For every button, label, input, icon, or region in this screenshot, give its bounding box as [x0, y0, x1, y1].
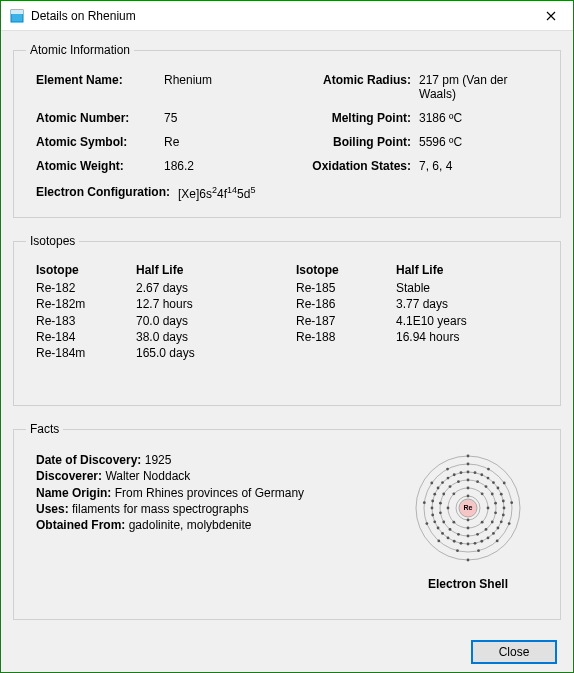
isotopes-group: Isotopes Isotope Half Life Isotope Half … — [13, 234, 561, 406]
isotopes-legend: Isotopes — [26, 234, 79, 248]
svg-point-18 — [476, 480, 479, 483]
isotope-halflife: 3.77 days — [396, 296, 516, 312]
svg-point-57 — [437, 527, 440, 530]
svg-point-27 — [457, 533, 460, 536]
svg-point-44 — [503, 507, 506, 510]
svg-point-63 — [437, 487, 440, 490]
svg-point-13 — [452, 521, 455, 524]
svg-point-55 — [447, 537, 450, 540]
svg-point-60 — [431, 507, 434, 510]
svg-point-72 — [510, 501, 513, 504]
isotope-name: Re-186 — [296, 296, 396, 312]
value-name-origin: From Rhines provinces of Germany — [115, 486, 304, 500]
isotope-name: Re-187 — [296, 313, 396, 329]
isotope-name: Re-188 — [296, 329, 396, 345]
isotope-name: Re-183 — [36, 313, 136, 329]
svg-point-80 — [430, 482, 433, 485]
svg-point-37 — [474, 471, 477, 474]
label-discovery: Date of Discovery: — [36, 453, 141, 467]
svg-point-29 — [442, 521, 445, 524]
label-atomic-radius: Atomic Radius: — [291, 73, 411, 101]
button-row: Close — [13, 632, 561, 673]
label-melting-point: Melting Point: — [291, 111, 411, 125]
electron-shell-diagram: Re Electron Shell — [388, 448, 538, 591]
svg-point-74 — [496, 540, 499, 543]
label-boiling-point: Boiling Point: — [291, 135, 411, 149]
label-obtained: Obtained From: — [36, 518, 125, 532]
content: Atomic Information Element Name: Rhenium… — [1, 31, 573, 672]
svg-point-9 — [481, 493, 484, 496]
svg-point-40 — [492, 481, 495, 484]
app-icon — [9, 8, 25, 24]
svg-point-20 — [491, 493, 494, 496]
svg-point-24 — [485, 528, 488, 531]
svg-point-49 — [487, 537, 490, 540]
svg-point-12 — [467, 527, 470, 530]
value-uses: filaments for mass spectrographs — [72, 502, 249, 516]
isotope-halflife: 70.0 days — [136, 313, 256, 329]
value-discoverer: Walter Noddack — [105, 469, 190, 483]
label-atomic-symbol: Atomic Symbol: — [36, 135, 156, 149]
svg-text:Re: Re — [464, 504, 473, 511]
isotope-halflife: Stable — [396, 280, 516, 296]
value-atomic-number: 75 — [164, 111, 283, 125]
value-boiling-point: 5596 ºC — [419, 135, 538, 149]
svg-point-84 — [467, 559, 470, 562]
isotope-halflife — [396, 345, 516, 361]
atomic-legend: Atomic Information — [26, 43, 134, 57]
svg-point-42 — [500, 493, 503, 496]
svg-rect-1 — [11, 10, 23, 14]
isotope-name: Re-182m — [36, 296, 136, 312]
isotope-name — [296, 345, 396, 361]
svg-point-22 — [494, 512, 497, 515]
svg-point-19 — [485, 485, 488, 488]
halflife-header: Half Life — [136, 262, 256, 280]
label-uses: Uses: — [36, 502, 69, 516]
isotope-halflife: 16.94 hours — [396, 329, 516, 345]
svg-point-21 — [494, 502, 497, 505]
svg-point-23 — [491, 521, 494, 524]
svg-point-51 — [474, 542, 477, 545]
isotope-halflife: 165.0 days — [136, 345, 256, 361]
svg-point-83 — [467, 455, 470, 458]
isotope-halflife: 4.1E10 years — [396, 313, 516, 329]
svg-point-31 — [439, 502, 442, 505]
svg-point-81 — [446, 468, 449, 471]
svg-point-38 — [480, 473, 483, 476]
isotope-halflife: 12.7 hours — [136, 296, 256, 312]
svg-point-58 — [433, 521, 436, 524]
svg-point-14 — [447, 507, 450, 510]
value-electron-config: [Xe]6s24f145d5 — [178, 185, 255, 201]
isotope-name: Re-182 — [36, 280, 136, 296]
svg-point-26 — [467, 535, 470, 538]
facts-legend: Facts — [26, 422, 63, 436]
svg-point-6 — [467, 519, 470, 522]
svg-point-11 — [481, 521, 484, 524]
svg-point-66 — [453, 473, 456, 476]
svg-point-61 — [431, 500, 434, 503]
isotope-header: Isotope — [296, 262, 396, 280]
value-oxidation-states: 7, 6, 4 — [419, 159, 538, 173]
value-discovery: 1925 — [145, 453, 172, 467]
isotope-halflife: 38.0 days — [136, 329, 256, 345]
svg-point-65 — [447, 477, 450, 480]
svg-point-79 — [423, 501, 426, 504]
close-button[interactable]: Close — [471, 640, 557, 664]
svg-point-67 — [460, 471, 463, 474]
svg-point-41 — [497, 487, 500, 490]
svg-point-25 — [476, 533, 479, 536]
svg-point-43 — [502, 500, 505, 503]
label-element-name: Element Name: — [36, 73, 156, 101]
close-icon[interactable] — [528, 1, 573, 31]
value-atomic-weight: 186.2 — [164, 159, 283, 173]
svg-point-46 — [500, 521, 503, 524]
svg-point-64 — [441, 481, 444, 484]
svg-point-45 — [502, 514, 505, 517]
isotope-header: Isotope — [36, 262, 136, 280]
svg-point-28 — [449, 528, 452, 531]
value-element-name: Rhenium — [164, 73, 283, 101]
svg-point-75 — [477, 549, 480, 552]
svg-point-8 — [467, 487, 470, 490]
value-atomic-symbol: Re — [164, 135, 283, 149]
svg-point-47 — [497, 527, 500, 530]
